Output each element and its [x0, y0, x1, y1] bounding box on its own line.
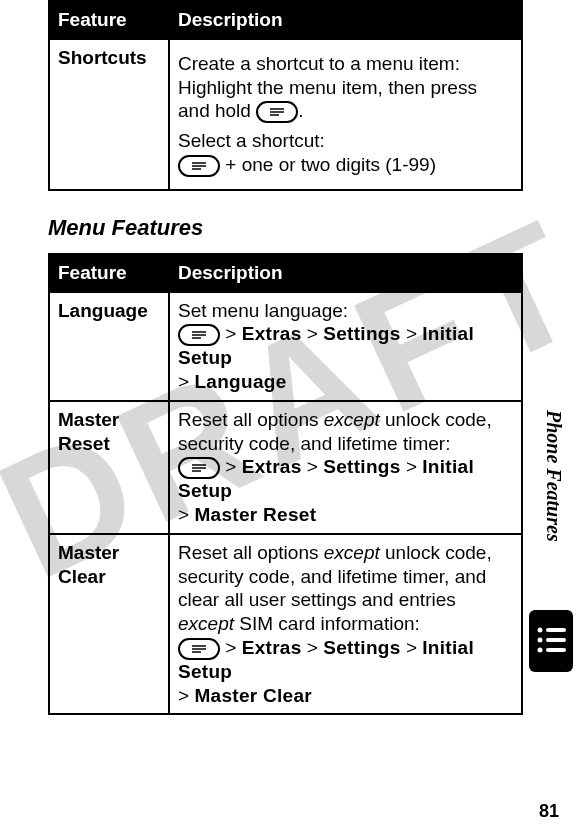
table1-header-feature: Feature	[49, 1, 169, 39]
path-sep: >	[225, 323, 236, 344]
path-sep: >	[406, 637, 417, 658]
table-row: Master Reset Reset all options except un…	[49, 401, 522, 534]
mclear-lead-em2: except	[178, 613, 234, 634]
feature-name-master-clear: Master Clear	[49, 534, 169, 714]
menu-path-extras: Extras	[242, 323, 302, 344]
path-sep: >	[178, 685, 189, 706]
shortcuts-select-suffix: + one or two digits (1-99)	[220, 154, 436, 175]
menu-path-master-reset: Master Reset	[194, 504, 316, 525]
table-row: Language Set menu language: > Extras > S…	[49, 292, 522, 401]
language-lead: Set menu language:	[178, 300, 348, 321]
feature-name-master-reset: Master Reset	[49, 401, 169, 534]
table2-header-description: Description	[169, 254, 522, 292]
path-sep: >	[406, 323, 417, 344]
path-sep: >	[225, 456, 236, 477]
feature-desc-shortcuts: Create a shortcut to a menu item: Highli…	[169, 39, 522, 190]
mclear-lead-em1: except	[324, 542, 380, 563]
table1-header-description: Description	[169, 1, 522, 39]
shortcuts-table: Feature Description Shortcuts Create a s…	[48, 0, 523, 191]
path-sep: >	[178, 371, 189, 392]
menu-path-extras: Extras	[242, 637, 302, 658]
mreset-lead-em: except	[324, 409, 380, 430]
path-sep: >	[307, 456, 318, 477]
menu-path-settings: Settings	[323, 637, 400, 658]
menu-path-settings: Settings	[323, 456, 400, 477]
menu-path-language: Language	[194, 371, 286, 392]
shortcuts-create-period: .	[298, 100, 303, 121]
menu-key-icon	[178, 155, 220, 177]
menu-path-settings: Settings	[323, 323, 400, 344]
path-sep: >	[178, 504, 189, 525]
feature-desc-master-clear: Reset all options except unlock code, se…	[169, 534, 522, 714]
shortcuts-create-text: Create a shortcut to a menu item: Highli…	[178, 53, 477, 122]
path-sep: >	[307, 637, 318, 658]
feature-desc-master-reset: Reset all options except unlock code, se…	[169, 401, 522, 534]
table-row: Master Clear Reset all options except un…	[49, 534, 522, 714]
menu-key-icon	[178, 457, 220, 479]
path-sep: >	[307, 323, 318, 344]
table2-header-feature: Feature	[49, 254, 169, 292]
table-row: Shortcuts Create a shortcut to a menu it…	[49, 39, 522, 190]
menu-key-icon	[178, 324, 220, 346]
feature-desc-language: Set menu language: > Extras > Settings >…	[169, 292, 522, 401]
shortcuts-select-label: Select a shortcut:	[178, 130, 325, 151]
path-sep: >	[225, 637, 236, 658]
path-sep: >	[406, 456, 417, 477]
menu-features-table: Feature Description Language Set menu la…	[48, 253, 523, 715]
section-heading-menu-features: Menu Features	[48, 215, 523, 241]
mreset-lead-pre: Reset all options	[178, 409, 324, 430]
mclear-lead-post: SIM card information:	[234, 613, 420, 634]
mclear-lead-pre: Reset all options	[178, 542, 324, 563]
menu-key-icon	[256, 101, 298, 123]
feature-name-shortcuts: Shortcuts	[49, 39, 169, 190]
menu-path-master-clear: Master Clear	[194, 685, 312, 706]
menu-path-extras: Extras	[242, 456, 302, 477]
page-content: Feature Description Shortcuts Create a s…	[0, 0, 583, 836]
feature-name-language: Language	[49, 292, 169, 401]
menu-key-icon	[178, 638, 220, 660]
